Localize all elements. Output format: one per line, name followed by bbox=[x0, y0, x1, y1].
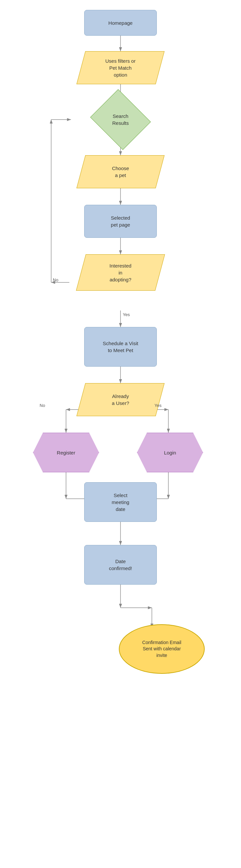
already-user-node: Alreadya User? bbox=[77, 383, 165, 416]
selected-pet-node: Selectedpet page bbox=[84, 205, 157, 238]
select-date-node: Selectmeetingdate bbox=[84, 482, 157, 522]
login-label: Login bbox=[164, 449, 176, 456]
login-node: Login bbox=[137, 433, 203, 472]
yes-label-1: Yes bbox=[123, 312, 130, 317]
uses-filters-node: Uses filters orPet Matchoption bbox=[77, 51, 165, 84]
register-label: Register bbox=[57, 449, 75, 456]
homepage-node: Homepage bbox=[84, 10, 157, 36]
schedule-visit-node: Schedule a Visitto Meet Pet bbox=[84, 327, 157, 367]
homepage-label: Homepage bbox=[108, 20, 132, 26]
interested-label: Interestedinadopting? bbox=[81, 262, 160, 283]
search-results-node: SearchResults bbox=[90, 89, 151, 150]
already-user-label: Alreadya User? bbox=[81, 393, 160, 407]
no-label-1: No bbox=[53, 277, 59, 282]
choose-pet-label: Choosea pet bbox=[81, 165, 160, 179]
yes-label-2: Yes bbox=[154, 403, 162, 408]
uses-filters-label: Uses filters orPet Matchoption bbox=[81, 58, 160, 78]
confirmation-email-node: Confirmation EmailSent with calendarinvi… bbox=[119, 624, 205, 674]
select-date-label: Selectmeetingdate bbox=[112, 492, 129, 513]
selected-pet-label: Selectedpet page bbox=[111, 214, 130, 228]
flowchart-container: Homepage Uses filters orPet Matchoption … bbox=[0, 0, 241, 868]
date-confirmed-label: Dateconfirmed! bbox=[109, 558, 132, 572]
confirmation-email-label: Confirmation EmailSent with calendarinvi… bbox=[142, 640, 181, 659]
interested-node: Interestedinadopting? bbox=[76, 254, 165, 291]
date-confirmed-node: Dateconfirmed! bbox=[84, 545, 157, 585]
no-label-2: No bbox=[40, 403, 45, 408]
schedule-visit-label: Schedule a Visitto Meet Pet bbox=[103, 340, 138, 354]
choose-pet-node: Choosea pet bbox=[77, 155, 165, 188]
register-node: Register bbox=[33, 433, 99, 472]
search-results-label: SearchResults bbox=[98, 113, 143, 126]
